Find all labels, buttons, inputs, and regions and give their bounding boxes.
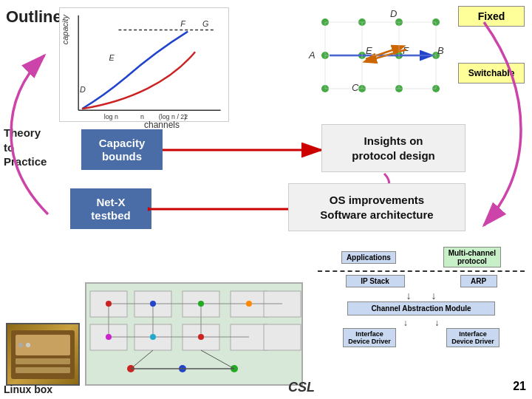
arrow-down-1: ↓ ↓ xyxy=(318,290,525,301)
fixed-label: Fixed xyxy=(458,6,525,27)
svg-point-70 xyxy=(246,301,252,307)
svg-point-73 xyxy=(198,334,204,340)
arrow-down-2: ↓ ↓ xyxy=(318,318,525,328)
svg-text:D: D xyxy=(80,85,86,94)
protocol-diagram: Applications Multi-channelprotocol IP St… xyxy=(318,244,525,388)
svg-point-71 xyxy=(106,334,112,340)
interface-driver-2-box: InterfaceDevice Driver xyxy=(446,328,499,347)
insights-box: Insights onprotocol design xyxy=(321,124,466,172)
ip-stack-box: IP Stack xyxy=(346,275,405,287)
csl-label: CSL xyxy=(288,380,315,395)
svg-point-72 xyxy=(150,334,156,340)
linux-box-image xyxy=(6,323,80,386)
interface-driver-1-box: InterfaceDevice Driver xyxy=(343,328,396,347)
svg-text:F: F xyxy=(180,19,186,28)
netx-testbed-box: Net-Xtestbed xyxy=(70,188,151,229)
channels-label: channels xyxy=(144,120,180,130)
linux-box-label: Linux box xyxy=(4,383,52,395)
switchable-label: Switchable xyxy=(458,63,525,83)
outline-heading: Outline xyxy=(6,7,62,27)
insights-text: Insights onprotocol design xyxy=(352,134,435,163)
capacity-y-label: capacity xyxy=(61,15,69,44)
netx-text: Net-Xtestbed xyxy=(91,196,130,222)
os-improvements-box: OS improvementsSoftware architecture xyxy=(288,183,466,231)
svg-text:log n: log n xyxy=(104,113,118,120)
arrow-capacity-to-insights xyxy=(159,139,329,161)
svg-rect-84 xyxy=(16,367,70,373)
svg-point-67 xyxy=(106,301,112,307)
svg-text:E: E xyxy=(109,53,115,62)
svg-text:B: B xyxy=(437,45,444,56)
svg-rect-56 xyxy=(264,324,301,350)
theory-to-practice-label: TheorytoPractice xyxy=(4,126,47,169)
network-map-image xyxy=(85,282,303,386)
capacity-bounds-box: Capacitybounds xyxy=(81,129,163,170)
arp-box: ARP xyxy=(460,275,497,287)
svg-point-69 xyxy=(198,301,204,307)
multi-channel-box: Multi-channelprotocol xyxy=(443,247,501,267)
os-text: OS improvementsSoftware architecture xyxy=(320,193,433,222)
svg-point-68 xyxy=(150,301,156,307)
slide: Outline TheorytoPractice F G E D log n n… xyxy=(0,0,532,399)
svg-text:A: A xyxy=(308,50,316,61)
svg-text:D: D xyxy=(390,8,397,19)
svg-rect-82 xyxy=(16,335,70,355)
applications-box: Applications xyxy=(341,251,396,264)
arrow-os-to-netx xyxy=(148,198,296,220)
capacity-graph: F G E D log n n (log n / 2) 2 xyxy=(59,7,229,122)
arrow-curved-right xyxy=(469,15,528,244)
svg-text:2: 2 xyxy=(184,113,188,120)
svg-text:G: G xyxy=(202,19,208,28)
capacity-bounds-text: Capacitybounds xyxy=(99,137,146,163)
svg-point-85 xyxy=(18,343,23,347)
channel-abstraction-box: Channel Abstraction Module xyxy=(347,301,495,316)
svg-rect-83 xyxy=(16,358,70,364)
page-number: 21 xyxy=(513,380,526,393)
svg-point-86 xyxy=(26,343,30,347)
svg-text:C: C xyxy=(352,82,359,93)
grid-diagram: D A E F B C xyxy=(296,4,466,118)
